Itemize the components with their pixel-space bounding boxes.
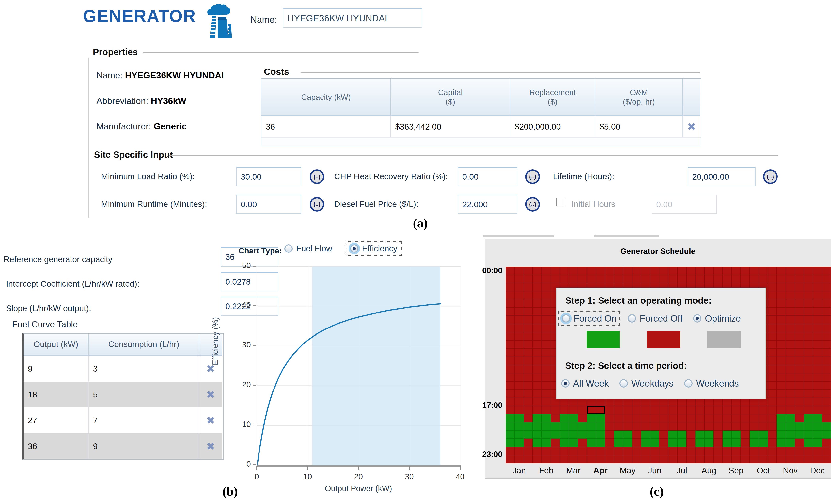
schedule-cell[interactable] bbox=[750, 422, 759, 431]
schedule-cell[interactable] bbox=[768, 291, 777, 299]
schedule-cell[interactable] bbox=[786, 455, 795, 463]
schedule-cell[interactable] bbox=[533, 422, 542, 431]
schedule-cell[interactable] bbox=[813, 431, 822, 439]
schedule-cell[interactable] bbox=[686, 431, 695, 439]
fuel-cell[interactable]: 3 bbox=[89, 356, 199, 382]
schedule-cell[interactable] bbox=[732, 414, 741, 422]
radio-icon[interactable] bbox=[620, 379, 628, 388]
schedule-cell[interactable] bbox=[732, 406, 741, 414]
schedule-cell[interactable] bbox=[641, 422, 650, 431]
schedule-cell[interactable] bbox=[641, 414, 650, 422]
schedule-cell[interactable] bbox=[795, 447, 804, 455]
schedule-cell[interactable] bbox=[641, 447, 650, 455]
schedule-cell[interactable] bbox=[795, 373, 804, 381]
schedule-cell[interactable] bbox=[786, 324, 795, 332]
schedule-cell[interactable] bbox=[641, 455, 650, 463]
schedule-cell[interactable] bbox=[695, 455, 705, 463]
schedule-cell[interactable] bbox=[714, 406, 723, 414]
schedule-cell[interactable] bbox=[515, 431, 524, 439]
schedule-cell[interactable] bbox=[515, 291, 524, 299]
schedule-cell[interactable] bbox=[813, 283, 822, 291]
schedule-cell[interactable] bbox=[632, 439, 641, 447]
schedule-cell[interactable] bbox=[822, 373, 831, 381]
schedule-cell[interactable] bbox=[632, 406, 641, 414]
schedule-cell[interactable] bbox=[551, 406, 560, 414]
schedule-cell[interactable] bbox=[587, 422, 596, 431]
delete-cost-row-cell[interactable]: ✖ bbox=[683, 116, 700, 138]
schedule-cell[interactable] bbox=[768, 406, 777, 414]
schedule-cell[interactable] bbox=[804, 373, 813, 381]
schedule-cell[interactable] bbox=[632, 267, 641, 275]
schedule-cell[interactable] bbox=[641, 275, 650, 283]
schedule-cell[interactable] bbox=[705, 414, 714, 422]
schedule-cell[interactable] bbox=[813, 291, 822, 299]
schedule-cell[interactable] bbox=[714, 267, 723, 275]
schedule-cell[interactable] bbox=[623, 275, 632, 283]
schedule-cell[interactable] bbox=[759, 455, 768, 463]
schedule-cell[interactable] bbox=[804, 299, 813, 307]
schedule-cell[interactable] bbox=[804, 349, 813, 357]
schedule-cell[interactable] bbox=[551, 422, 560, 431]
fuel-cell[interactable]: 7 bbox=[89, 408, 199, 433]
schedule-cell[interactable] bbox=[605, 406, 614, 414]
schedule-cell[interactable] bbox=[578, 267, 587, 275]
schedule-cell[interactable] bbox=[741, 455, 750, 463]
schedule-cell[interactable] bbox=[768, 447, 777, 455]
schedule-cell[interactable] bbox=[686, 439, 695, 447]
schedule-cell[interactable] bbox=[714, 447, 723, 455]
schedule-cell[interactable] bbox=[524, 447, 533, 455]
schedule-cell[interactable] bbox=[759, 431, 768, 439]
schedule-cell[interactable] bbox=[524, 357, 533, 365]
schedule-cell[interactable] bbox=[623, 447, 632, 455]
schedule-cell[interactable] bbox=[614, 455, 623, 463]
schedule-cell[interactable] bbox=[524, 398, 533, 406]
schedule-cell[interactable] bbox=[533, 389, 542, 398]
period-radio-option[interactable]: Weekdays bbox=[617, 377, 677, 390]
schedule-cell[interactable] bbox=[822, 316, 831, 324]
schedule-cell[interactable] bbox=[632, 422, 641, 431]
schedule-cell[interactable] bbox=[795, 316, 804, 324]
schedule-cell[interactable] bbox=[813, 324, 822, 332]
schedule-cell[interactable] bbox=[515, 299, 524, 307]
schedule-cell[interactable] bbox=[542, 316, 551, 324]
schedule-cell[interactable] bbox=[506, 414, 515, 422]
schedule-cell[interactable] bbox=[569, 406, 578, 414]
costs-cell[interactable]: $5.00 bbox=[595, 116, 683, 138]
schedule-cell[interactable] bbox=[524, 291, 533, 299]
schedule-cell[interactable] bbox=[506, 422, 515, 431]
schedule-cell[interactable] bbox=[632, 431, 641, 439]
schedule-cell[interactable] bbox=[578, 455, 587, 463]
delete-fuel-row-cell[interactable]: ✖ bbox=[199, 433, 222, 459]
schedule-cell[interactable] bbox=[560, 431, 569, 439]
schedule-cell[interactable] bbox=[786, 398, 795, 406]
delete-row-icon[interactable]: ✖ bbox=[687, 122, 696, 132]
schedule-cell[interactable] bbox=[569, 275, 578, 283]
schedule-cell[interactable] bbox=[542, 389, 551, 398]
schedule-cell[interactable] bbox=[732, 455, 741, 463]
fuel-cell[interactable]: 27 bbox=[24, 408, 89, 433]
schedule-cell[interactable] bbox=[732, 431, 741, 439]
schedule-cell[interactable] bbox=[605, 267, 614, 275]
schedule-cell[interactable] bbox=[542, 299, 551, 307]
schedule-cell[interactable] bbox=[515, 283, 524, 291]
schedule-cell[interactable] bbox=[578, 414, 587, 422]
schedule-cell[interactable] bbox=[804, 398, 813, 406]
schedule-cell[interactable] bbox=[795, 357, 804, 365]
schedule-cell[interactable] bbox=[524, 381, 533, 390]
schedule-cell[interactable] bbox=[804, 267, 813, 275]
schedule-cell[interactable] bbox=[515, 422, 524, 431]
schedule-cell[interactable] bbox=[768, 439, 777, 447]
schedule-cell[interactable] bbox=[768, 283, 777, 291]
schedule-cell[interactable] bbox=[569, 447, 578, 455]
schedule-cell[interactable] bbox=[705, 422, 714, 431]
fuel-cell[interactable]: 5 bbox=[89, 382, 199, 408]
schedule-cell[interactable] bbox=[777, 389, 786, 398]
schedule-cell[interactable] bbox=[560, 267, 569, 275]
schedule-cell[interactable] bbox=[777, 422, 786, 431]
schedule-cell[interactable] bbox=[542, 447, 551, 455]
schedule-cell[interactable] bbox=[650, 431, 659, 439]
schedule-cell[interactable] bbox=[759, 267, 768, 275]
schedule-cell[interactable] bbox=[795, 414, 804, 422]
schedule-cell[interactable] bbox=[641, 431, 650, 439]
schedule-cell[interactable] bbox=[623, 406, 632, 414]
